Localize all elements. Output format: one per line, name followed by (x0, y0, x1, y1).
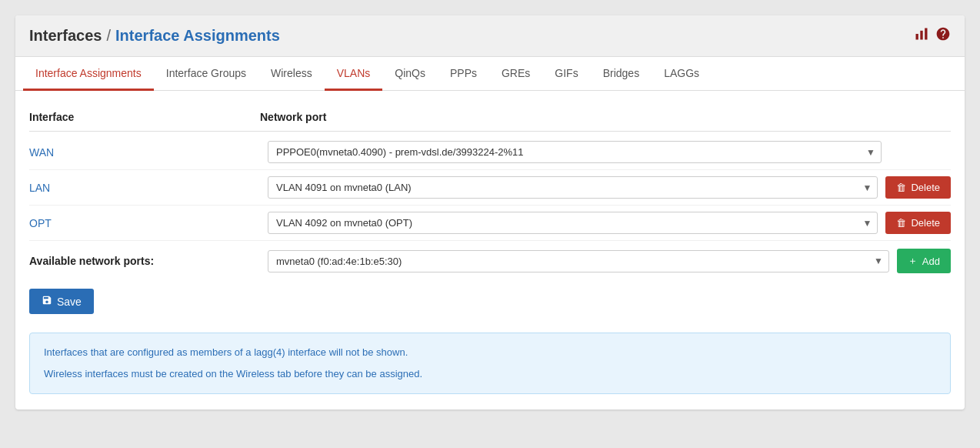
lan-row-actions: 🗑 Delete (885, 176, 951, 199)
add-button-container: ＋ Add (897, 249, 951, 273)
opt-row-actions: 🗑 Delete (885, 212, 951, 234)
info-line-2: Wireless interfaces must be created on t… (44, 366, 936, 383)
chart-icon[interactable] (914, 26, 929, 45)
breadcrumb: Interfaces / Interface Assignments (29, 27, 280, 45)
table-header: Interface Network port (29, 106, 951, 132)
wan-port-wrapper: PPPOE0(mvneta0.4090) - prem-vdsl.de/3993… (268, 141, 882, 163)
available-ports-wrapper: mvneta0 (f0:ad:4e:1b:e5:30) ▼ (268, 250, 889, 272)
available-ports-select[interactable]: mvneta0 (f0:ad:4e:1b:e5:30) (268, 250, 889, 272)
table-row: OPT VLAN 4092 on mvneta0 (OPT) ▼ 🗑 Delet… (29, 206, 951, 241)
help-icon[interactable] (935, 26, 951, 45)
content-area: Interface Network port WAN PPPOE0(mvneta… (15, 91, 965, 410)
tab-ppps[interactable]: PPPs (438, 58, 489, 91)
delete-lan-button[interactable]: 🗑 Delete (885, 176, 951, 199)
wan-port-select[interactable]: PPPOE0(mvneta0.4090) - prem-vdsl.de/3993… (268, 141, 882, 163)
tab-vlans[interactable]: VLANs (325, 58, 383, 91)
save-icon (42, 295, 52, 308)
trash-icon-opt: 🗑 (896, 217, 906, 229)
save-bar: Save (29, 281, 951, 325)
iface-link-lan[interactable]: LAN (29, 182, 50, 194)
save-button[interactable]: Save (29, 289, 94, 314)
breadcrumb-separator: / (107, 27, 112, 45)
svg-rect-2 (925, 28, 927, 40)
col-interface-header: Interface (29, 111, 260, 123)
table-row: LAN VLAN 4091 on mvneta0 (LAN) ▼ 🗑 Delet… (29, 170, 951, 206)
info-box: Interfaces that are configured as member… (29, 333, 951, 394)
svg-rect-1 (920, 31, 922, 40)
table-row: WAN PPPOE0(mvneta0.4090) - prem-vdsl.de/… (29, 135, 951, 170)
page-header: Interfaces / Interface Assignments (15, 15, 965, 57)
tab-gres[interactable]: GREs (489, 58, 542, 91)
tab-qinqs[interactable]: QinQs (382, 58, 438, 91)
breadcrumb-current: Interface Assignments (115, 27, 280, 45)
tab-interface-groups[interactable]: Interface Groups (154, 58, 258, 91)
tabs-bar: Interface Assignments Interface Groups W… (15, 57, 965, 91)
lan-port-select[interactable]: VLAN 4091 on mvneta0 (LAN) (268, 176, 878, 199)
available-ports-label: Available network ports: (29, 255, 260, 267)
header-icons (914, 26, 951, 45)
opt-port-select[interactable]: VLAN 4092 on mvneta0 (OPT) (268, 212, 878, 234)
info-line-1: Interfaces that are configured as member… (44, 344, 936, 361)
plus-icon: ＋ (908, 254, 918, 268)
col-network-port-header: Network port (260, 111, 951, 123)
trash-icon-lan: 🗑 (896, 182, 906, 193)
available-ports-row: Available network ports: mvneta0 (f0:ad:… (29, 241, 951, 281)
lan-port-wrapper: VLAN 4091 on mvneta0 (LAN) ▼ (268, 176, 878, 199)
tab-laggs[interactable]: LAGGs (652, 58, 712, 91)
tab-gifs[interactable]: GIFs (542, 58, 590, 91)
iface-link-opt[interactable]: OPT (29, 217, 52, 229)
tab-interface-assignments[interactable]: Interface Assignments (23, 58, 154, 91)
tab-bridges[interactable]: Bridges (591, 58, 652, 91)
svg-rect-0 (916, 34, 918, 40)
main-card: Interfaces / Interface Assignments Inter… (15, 15, 965, 410)
opt-port-wrapper: VLAN 4092 on mvneta0 (OPT) ▼ (268, 212, 878, 234)
iface-link-wan[interactable]: WAN (29, 146, 54, 159)
delete-opt-button[interactable]: 🗑 Delete (885, 212, 951, 234)
tab-wireless[interactable]: Wireless (258, 58, 325, 91)
breadcrumb-app: Interfaces (29, 27, 102, 45)
add-button[interactable]: ＋ Add (897, 249, 951, 273)
